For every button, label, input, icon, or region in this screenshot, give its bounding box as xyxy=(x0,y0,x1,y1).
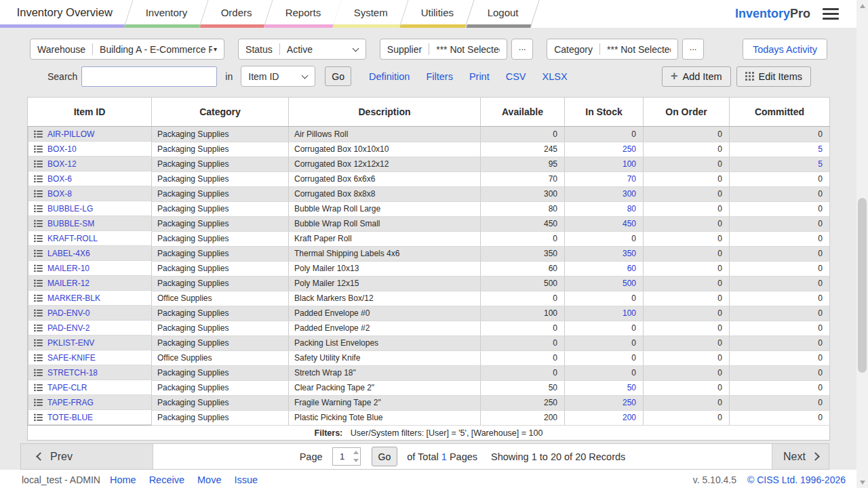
tab-logout[interactable]: Logout xyxy=(466,0,539,28)
list-icon[interactable] xyxy=(34,175,43,183)
edit-items-button[interactable]: Edit Items xyxy=(736,66,811,87)
item-id-link[interactable]: STRETCH-18 xyxy=(47,368,98,378)
go-button[interactable]: Go xyxy=(325,66,351,86)
in-stock-link[interactable]: 250 xyxy=(623,144,636,154)
home-link[interactable]: Home xyxy=(110,474,136,485)
status-select[interactable]: Status Active xyxy=(238,39,366,60)
list-icon[interactable] xyxy=(34,205,43,213)
col-header-on-order[interactable]: On Order xyxy=(644,98,730,127)
supplier-more-button[interactable]: ... xyxy=(511,39,533,60)
vertical-scrollbar[interactable] xyxy=(856,0,868,488)
prev-page-button[interactable]: Prev xyxy=(21,444,153,469)
in-stock-link[interactable]: 350 xyxy=(623,249,636,258)
warehouse-select[interactable]: Warehouse Building A - E-Commerce Fulfil… xyxy=(30,39,224,60)
col-header-available[interactable]: Available xyxy=(481,98,565,127)
list-icon[interactable] xyxy=(34,354,43,362)
tab-system[interactable]: System xyxy=(333,0,409,28)
search-field-select[interactable]: Item ID xyxy=(241,66,315,87)
item-id-link[interactable]: BOX-10 xyxy=(47,144,77,154)
list-icon[interactable] xyxy=(34,324,43,332)
item-id-link[interactable]: PKLIST-ENV xyxy=(47,338,94,348)
in-stock-link[interactable]: 70 xyxy=(627,174,636,184)
move-link[interactable]: Move xyxy=(197,474,221,485)
category-select[interactable]: Category *** Not Selected xyxy=(547,39,678,60)
page-number-input[interactable]: 1 xyxy=(332,447,361,466)
item-id-link[interactable]: BUBBLE-LG xyxy=(47,204,93,214)
in-stock-link[interactable]: 500 xyxy=(623,279,636,288)
item-id-link[interactable]: MAILER-10 xyxy=(47,264,90,273)
item-id-link[interactable]: MAILER-12 xyxy=(47,279,90,288)
list-icon[interactable] xyxy=(34,384,43,392)
item-id-link[interactable]: LABEL-4X6 xyxy=(47,249,90,258)
list-icon[interactable] xyxy=(34,279,43,287)
spinner-down-icon[interactable] xyxy=(352,457,360,466)
scrollbar-thumb[interactable] xyxy=(858,198,867,373)
list-icon[interactable] xyxy=(34,339,43,347)
item-id-link[interactable]: BOX-8 xyxy=(47,189,72,199)
item-id-link[interactable]: PAD-ENV-0 xyxy=(47,308,90,318)
item-id-link[interactable]: BOX-6 xyxy=(47,174,72,184)
tab-inventory-overview[interactable]: Inventory Overview xyxy=(0,0,134,28)
receive-link[interactable]: Receive xyxy=(149,474,184,485)
item-id-link[interactable]: SAFE-KNIFE xyxy=(47,353,96,363)
col-header-description[interactable]: Description xyxy=(289,98,481,127)
filters-link[interactable]: Filters xyxy=(426,71,452,82)
tab-orders[interactable]: Orders xyxy=(199,0,273,28)
in-stock-link[interactable]: 300 xyxy=(623,189,636,199)
col-header-category[interactable]: Category xyxy=(152,98,289,127)
scroll-down-arrow-icon[interactable] xyxy=(856,476,868,488)
scroll-up-arrow-icon[interactable] xyxy=(856,0,868,12)
in-stock-link[interactable]: 250 xyxy=(623,398,636,407)
list-icon[interactable] xyxy=(34,160,43,168)
tab-reports[interactable]: Reports xyxy=(264,0,342,28)
in-stock-link[interactable]: 450 xyxy=(623,219,636,228)
copyright-link[interactable]: © CISS Ltd. 1996-2026 xyxy=(747,474,846,485)
in-stock-link[interactable]: 100 xyxy=(623,159,636,169)
in-stock-link[interactable]: 80 xyxy=(627,204,636,214)
item-id-link[interactable]: KRAFT-ROLL xyxy=(47,234,98,243)
item-id-link[interactable]: MARKER-BLK xyxy=(47,293,100,303)
item-id-link[interactable]: BUBBLE-SM xyxy=(47,219,94,228)
col-header-item-id[interactable]: Item ID xyxy=(28,98,152,127)
tab-utilities[interactable]: Utilities xyxy=(400,0,475,28)
item-id-link[interactable]: PAD-ENV-2 xyxy=(47,323,90,333)
hamburger-menu-icon[interactable] xyxy=(823,0,839,28)
list-icon[interactable] xyxy=(34,309,43,317)
col-header-committed[interactable]: Committed xyxy=(730,98,830,127)
committed-link[interactable]: 5 xyxy=(818,144,823,154)
in-stock-link[interactable]: 50 xyxy=(627,383,636,392)
todays-activity-button[interactable]: Todays Activity xyxy=(743,39,827,60)
next-page-button[interactable]: Next xyxy=(772,444,829,469)
list-icon[interactable] xyxy=(34,130,43,138)
list-icon[interactable] xyxy=(34,235,43,243)
item-id-link[interactable]: TAPE-FRAG xyxy=(47,398,94,407)
col-header-in-stock[interactable]: In Stock xyxy=(565,98,644,127)
list-icon[interactable] xyxy=(34,294,43,302)
page-go-button[interactable]: Go xyxy=(372,447,398,466)
category-more-button[interactable]: ... xyxy=(682,39,704,60)
list-icon[interactable] xyxy=(34,145,43,153)
item-id-link[interactable]: BOX-12 xyxy=(47,159,77,169)
list-icon[interactable] xyxy=(34,249,43,258)
item-id-link[interactable]: TAPE-CLR xyxy=(47,383,87,392)
supplier-select[interactable]: Supplier *** Not Selected xyxy=(380,39,507,60)
list-icon[interactable] xyxy=(34,369,43,377)
in-stock-link[interactable]: 200 xyxy=(623,413,636,422)
add-item-button[interactable]: + Add Item xyxy=(662,66,731,87)
tab-inventory[interactable]: Inventory xyxy=(125,0,209,28)
issue-link[interactable]: Issue xyxy=(234,474,258,485)
xlsx-link[interactable]: XLSX xyxy=(542,71,568,82)
print-link[interactable]: Print xyxy=(469,71,490,82)
definition-link[interactable]: Definition xyxy=(369,71,410,82)
csv-link[interactable]: CSV xyxy=(506,71,526,82)
in-stock-link[interactable]: 100 xyxy=(623,308,636,318)
list-icon[interactable] xyxy=(34,264,43,272)
spinner-up-icon[interactable] xyxy=(352,448,360,457)
item-id-link[interactable]: TOTE-BLUE xyxy=(47,413,93,422)
committed-link[interactable]: 5 xyxy=(818,159,823,169)
list-icon[interactable] xyxy=(34,413,43,422)
list-icon[interactable] xyxy=(34,399,43,407)
item-id-link[interactable]: AIR-PILLOW xyxy=(47,129,94,139)
in-stock-link[interactable]: 60 xyxy=(627,264,636,273)
list-icon[interactable] xyxy=(34,220,43,228)
